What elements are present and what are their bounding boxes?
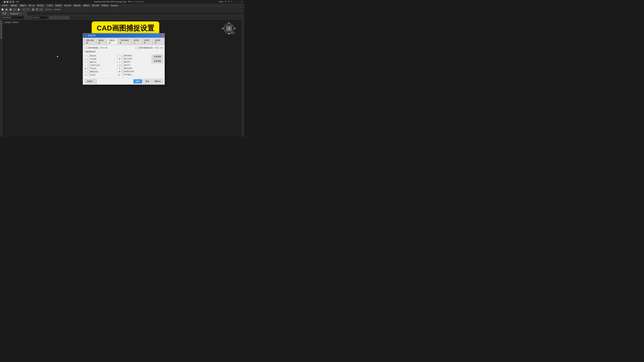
drawing-tab[interactable]: Drawing1* ✕	[8, 12, 23, 15]
tangent-checkbox[interactable]	[122, 64, 124, 66]
help-btn[interactable]: 帮助(H)	[152, 79, 163, 83]
tab-close-icon[interactable]: ✕	[20, 12, 21, 14]
tab-dynamic-input[interactable]: 动态输入	[132, 38, 142, 45]
tab-3d-snap[interactable]: 三维对象捕捉	[118, 38, 131, 45]
polyline-btn[interactable]: ⌐	[53, 16, 57, 19]
drafting-settings-dialog[interactable]: 🔴 草图设置 ✕ 捕捉和栅格 极轴追踪 对象捕捉 三维对象捕捉 动态输入 快捷特…	[83, 33, 165, 85]
footer-right-btns: 确定 取消 帮助(H)	[134, 79, 163, 83]
left-tool-4[interactable]	[0, 28, 2, 29]
standard-label2: Standard	[54, 8, 61, 10]
save-btn[interactable]: 💾	[9, 8, 12, 11]
enable-track-label: 启用对象捕捉追踪 （F11）(K)	[138, 46, 163, 49]
quadrant-checkbox[interactable]	[88, 71, 90, 73]
tab-selection-cycle[interactable]: 选择循环	[153, 38, 163, 45]
bylayer-selector[interactable]: ByLayer	[33, 16, 48, 19]
tab-polar-tracking[interactable]: 极轴追踪	[96, 38, 107, 45]
close-btn[interactable]: ✕	[240, 1, 243, 3]
options-btn[interactable]: 选项(T)...	[85, 79, 96, 83]
left-tool-3[interactable]	[0, 25, 2, 27]
settings-btn[interactable]: ⚙	[228, 1, 230, 3]
print-btn[interactable]: 🖨	[13, 8, 16, 11]
share-btn[interactable]: 共享	[15, 1, 20, 3]
left-tool-7[interactable]	[0, 35, 2, 36]
line-btn[interactable]: /	[49, 16, 53, 19]
dialog-title-icon: 🔴	[84, 34, 87, 37]
search-box[interactable]: 🔍 键入关键字或短语	[128, 1, 144, 3]
ok-btn[interactable]: 确定	[134, 79, 142, 83]
menu-express[interactable]: Express	[110, 4, 119, 7]
tab-object-snap[interactable]: 对象捕捉	[107, 38, 118, 45]
menu-format[interactable]: 格式(O)	[36, 4, 45, 7]
extension-checkbox[interactable]	[122, 55, 124, 57]
left-tool-2[interactable]	[0, 23, 2, 25]
node-checkbox[interactable]	[88, 67, 90, 69]
menu-view[interactable]: 视图(V)	[18, 4, 27, 7]
tab-snap-grid[interactable]: 捕捉和栅格	[84, 38, 96, 45]
banner-top: CAD画图捕捉设置	[92, 21, 159, 35]
enable-track-checkbox[interactable]	[136, 47, 138, 49]
menu-insert[interactable]: 插入(I)	[28, 4, 36, 7]
snap-insert: ⊞ 插入点(S)	[119, 57, 150, 60]
zoom-btn[interactable]: 🔍	[35, 8, 39, 11]
apparent-checkbox[interactable]: ✓	[122, 70, 124, 72]
endpoint-checkbox[interactable]	[88, 55, 90, 57]
cancel-btn[interactable]: 取消	[143, 79, 151, 83]
geom-center-label: 几何中心(G)	[90, 64, 100, 66]
layer-settings-btn[interactable]: ⚙	[25, 16, 28, 19]
menu-param[interactable]: 参数(P)	[82, 4, 91, 7]
menu-help[interactable]: 帮助(H)	[100, 4, 110, 7]
snap-nearest: ✕ 最近点(R)	[119, 67, 150, 70]
geom-center-checkbox[interactable]	[88, 64, 90, 66]
tab-quick-props[interactable]: 快捷特性	[142, 38, 152, 45]
layer-freeze-btn[interactable]: ❄	[28, 16, 31, 19]
menu-modify[interactable]: 修改(M)	[72, 4, 82, 7]
user-login[interactable]: A 登录	[218, 1, 224, 3]
tangent-icon: ◯	[119, 64, 121, 66]
endpoint-label: 端点(E)	[90, 54, 96, 57]
open-btn[interactable]: 📂	[5, 8, 8, 11]
maximize-btn[interactable]: □	[237, 1, 239, 3]
center-checkbox[interactable]	[88, 61, 90, 63]
menu-annotate[interactable]: 标注(N)	[64, 4, 72, 7]
left-tool-6[interactable]	[0, 32, 2, 34]
zoom-ext-btn[interactable]: ⊡	[39, 8, 43, 11]
redo-btn[interactable]: ↪	[26, 8, 30, 11]
select-all-btn[interactable]: 全部选择	[152, 55, 163, 58]
menu-draw[interactable]: 绘图(D)	[54, 4, 63, 7]
menu-file[interactable]: 文件(F)	[1, 4, 9, 7]
new-btn[interactable]: 📄	[1, 8, 4, 11]
minimize-btn[interactable]: ─	[233, 1, 236, 3]
menu-tools[interactable]: 工具(T)	[45, 4, 54, 7]
compass-east: 东	[234, 27, 236, 30]
parallel-checkbox[interactable]	[122, 74, 124, 76]
perpendicular-checkbox[interactable]	[122, 61, 124, 63]
circle-btn[interactable]: ○	[57, 16, 61, 19]
quick-access-btns: 💾 📂 ↩ ↪ 共享	[4, 1, 20, 3]
cart-btn[interactable]: 🛒	[224, 1, 226, 3]
new-tab-btn[interactable]: +	[23, 12, 27, 15]
menu-edit[interactable]: 编辑(E)	[10, 4, 18, 7]
right-scrollbar[interactable]	[242, 20, 244, 137]
insert-checkbox[interactable]	[122, 58, 124, 60]
intersection-checkbox[interactable]	[88, 74, 90, 76]
menu-window[interactable]: 窗口(W)	[91, 4, 100, 7]
midpoint-checkbox[interactable]	[88, 58, 90, 60]
clear-all-btn[interactable]: 全部清除	[152, 59, 163, 63]
left-tool-5[interactable]	[0, 30, 2, 32]
node-icon: ⊗	[85, 67, 87, 70]
enable-snap-checkbox[interactable]	[85, 47, 87, 49]
left-tool-8[interactable]	[0, 37, 2, 39]
nearest-checkbox[interactable]	[122, 67, 124, 69]
canvas-area[interactable]: [-][俯视][二维线框] CAD画图捕捉设置 上 北 南 东 西 WCS X	[2, 20, 242, 137]
start-tab[interactable]: 开始	[1, 12, 8, 15]
rect-btn[interactable]: □	[66, 16, 69, 19]
snap-left-col: □ 端点(E) △ 中点(M) ○	[85, 54, 116, 76]
left-tool-1[interactable]	[0, 21, 2, 22]
help-btn[interactable]: ?	[231, 1, 232, 3]
plot-btn[interactable]: 📋	[17, 8, 20, 11]
dialog-close-btn[interactable]: ✕	[161, 34, 163, 37]
pan-btn[interactable]: ✋	[31, 8, 35, 11]
arc-btn[interactable]: ⌒	[62, 16, 65, 19]
layer-selector[interactable]: CAD经典模式	[1, 16, 24, 19]
undo-btn[interactable]: ↩	[22, 8, 26, 11]
